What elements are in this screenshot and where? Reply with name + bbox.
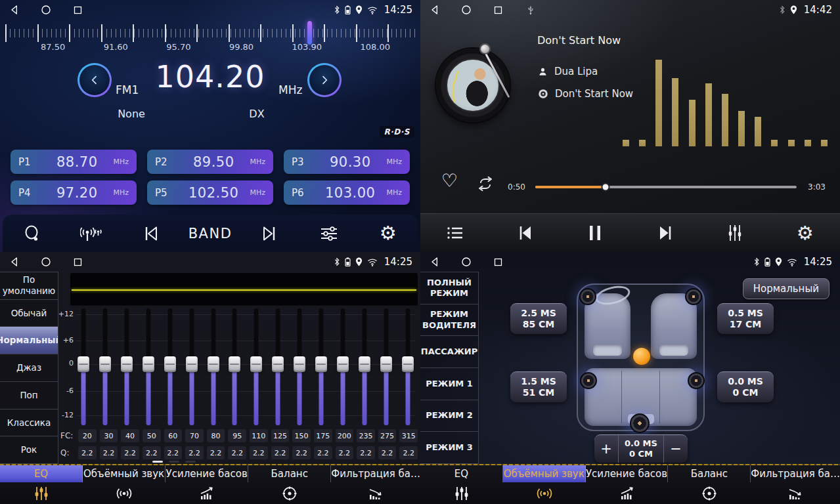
eq-band-slider[interactable] [402,308,414,425]
eq-band-slider[interactable] [143,308,154,425]
back-button[interactable] [428,3,441,16]
preset-button-p1[interactable]: P1 88.70 MHz [11,150,137,174]
eq-band-slider[interactable] [337,308,349,425]
q-value[interactable]: 2.2 [336,446,354,459]
back-button[interactable] [428,255,441,268]
next-track-icon[interactable] [646,219,685,247]
slider-handle[interactable] [402,356,414,372]
slider-handle[interactable] [99,356,111,372]
q-value[interactable]: 2.2 [185,446,204,459]
eq-band-slider[interactable] [164,308,176,425]
fc-value[interactable]: 80 [207,429,225,442]
scan-icon[interactable] [12,219,52,248]
page-dash[interactable] [169,461,179,463]
recents-button[interactable] [491,255,504,268]
eq-band-slider[interactable] [359,308,370,425]
favorite-heart-icon[interactable]: ♡ [441,172,458,190]
delay-decrease-button[interactable]: − [664,435,688,463]
band-button[interactable]: BAND [190,219,230,248]
q-value[interactable]: 2.2 [250,446,268,459]
page-dash[interactable] [152,461,163,463]
repeat-icon[interactable] [475,176,495,192]
q-value[interactable]: 2.2 [399,446,418,459]
preset-button-p3[interactable]: P3 90.30 MHz [284,150,410,174]
q-value[interactable]: 2.2 [164,446,183,459]
fc-value[interactable]: 175 [314,429,332,442]
q-value[interactable]: 2.2 [207,446,225,459]
tune-down-button[interactable] [77,63,112,97]
band-page-indicator[interactable] [0,461,348,463]
fc-value[interactable]: 40 [121,429,139,442]
q-value[interactable]: 2.2 [271,446,290,459]
next-station-icon[interactable] [250,219,289,248]
fc-value[interactable]: 30 [100,429,118,442]
preset-button-p5[interactable]: P5 102.50 MHz [147,180,273,205]
eq-band-slider[interactable] [99,308,111,425]
recents-button[interactable] [491,3,504,16]
home-button[interactable] [460,3,473,16]
slider-handle[interactable] [77,356,89,372]
preset-button-p2[interactable]: P2 89.50 MHz [147,150,273,174]
tune-up-button[interactable] [307,63,342,97]
eq-band-slider[interactable] [250,308,262,425]
tab-surround[interactable]: Объёмный звук [83,465,166,504]
q-value[interactable]: 2.2 [100,446,118,459]
fc-value[interactable]: 60 [164,429,183,442]
eq-preset-classic[interactable]: Классика [0,410,58,437]
eq-preset-custom[interactable]: Обычай [0,300,58,327]
eq-band-slider[interactable] [186,308,198,425]
mixer-icon[interactable] [715,219,755,247]
mode-full[interactable]: ПОЛНЫЙ РЕЖИМ [420,272,478,304]
eq-band-slider[interactable] [272,308,284,425]
front-left-speaker[interactable] [579,288,596,305]
tab-eq[interactable]: EQ [0,465,83,504]
eq-band-slider[interactable] [294,308,305,425]
progress-bar[interactable] [535,186,797,188]
tab-balance[interactable]: Баланс [248,465,331,504]
fc-value[interactable]: 20 [78,429,97,442]
slider-handle[interactable] [380,356,392,372]
rear-right-speaker[interactable] [688,372,705,389]
slider-handle[interactable] [186,356,198,372]
mode-1[interactable]: РЕЖИМ 1 [420,368,478,400]
slider-handle[interactable] [359,356,370,372]
listener-position-marker[interactable] [633,348,650,365]
home-button[interactable] [39,3,53,16]
eq-preset-rock[interactable]: Рок [0,436,58,464]
pause-icon[interactable] [575,219,615,247]
slider-handle[interactable] [272,356,284,372]
tab-balance[interactable]: Баланс [668,465,751,504]
previous-track-icon[interactable] [506,219,545,247]
eq-band-slider[interactable] [77,308,89,425]
settings-gear-icon[interactable]: ⚙ [368,219,408,248]
progress-thumb[interactable] [602,183,610,192]
home-button[interactable] [460,255,473,268]
playlist-icon[interactable] [435,219,475,247]
back-button[interactable] [8,3,21,16]
eq-preset-pop[interactable]: Поп [0,382,58,410]
fc-value[interactable]: 95 [228,429,246,442]
fc-value[interactable]: 200 [336,429,354,442]
settings-gear-icon[interactable]: ⚙ [785,219,825,247]
tab-filter[interactable]: Фильтрация ба… [331,465,420,504]
home-button[interactable] [39,255,53,268]
slider-handle[interactable] [337,356,349,372]
delay-increase-button[interactable]: + [594,435,618,463]
rear-left-delay[interactable]: 1.5 MS 51 CM [510,371,567,402]
slider-handle[interactable] [164,356,176,372]
front-left-delay[interactable]: 2.5 MS 85 CM [510,303,567,334]
recents-button[interactable] [71,3,84,16]
recents-button[interactable] [71,255,84,268]
q-value[interactable]: 2.2 [292,446,311,459]
q-value[interactable]: 2.2 [78,446,97,459]
slider-handle[interactable] [143,356,154,372]
fc-value[interactable]: 70 [185,429,204,442]
slider-handle[interactable] [229,356,240,372]
tab-eq[interactable]: EQ [420,465,503,504]
q-value[interactable]: 2.2 [378,446,397,459]
rear-right-delay[interactable]: 0.0 MS 0 CM [717,371,774,402]
tuner-position-indicator[interactable] [307,21,312,45]
previous-station-icon[interactable] [131,219,171,248]
tab-surround[interactable]: Объёмный звук [503,465,586,504]
fc-value[interactable]: 150 [292,429,311,442]
